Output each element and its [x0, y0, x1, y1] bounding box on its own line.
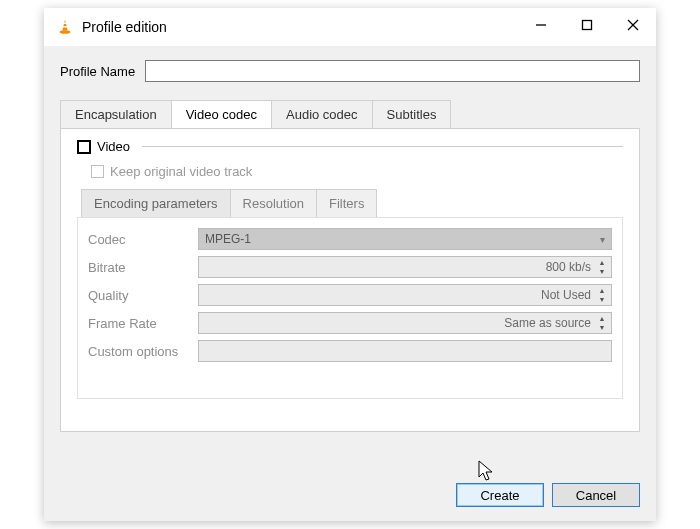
bitrate-spinbox[interactable]: 800 kb/s ▲▼ [198, 256, 612, 278]
framerate-spin-arrows[interactable]: ▲▼ [595, 314, 609, 332]
maximize-button[interactable] [564, 8, 610, 42]
codec-value: MPEG-1 [205, 232, 251, 246]
subtab-encoding-parameters[interactable]: Encoding parameters [81, 189, 231, 217]
video-enable-label: Video [97, 139, 130, 154]
codec-row: Codec MPEG-1 [88, 228, 612, 250]
svg-point-3 [60, 30, 71, 34]
svg-rect-5 [583, 21, 592, 30]
video-subtabs: Encoding parameters Resolution Filters [81, 189, 623, 217]
tab-audio-codec[interactable]: Audio codec [271, 100, 373, 128]
profile-name-label: Profile Name [60, 64, 135, 79]
keep-original-row: Keep original video track [91, 164, 623, 179]
framerate-value: Same as source [504, 316, 591, 330]
tab-subtitles[interactable]: Subtitles [372, 100, 452, 128]
framerate-row: Frame Rate Same as source ▲▼ [88, 312, 612, 334]
subtab-resolution[interactable]: Resolution [230, 189, 317, 217]
quality-label: Quality [88, 288, 198, 303]
custom-options-row: Custom options [88, 340, 612, 362]
close-button[interactable] [610, 8, 656, 42]
codec-label: Codec [88, 232, 198, 247]
quality-spin-arrows[interactable]: ▲▼ [595, 286, 609, 304]
tab-encapsulation[interactable]: Encapsulation [60, 100, 172, 128]
framerate-spinbox[interactable]: Same as source ▲▼ [198, 312, 612, 334]
bitrate-row: Bitrate 800 kb/s ▲▼ [88, 256, 612, 278]
custom-options-label: Custom options [88, 344, 198, 359]
main-tabs: Encapsulation Video codec Audio codec Su… [60, 100, 640, 128]
svg-rect-1 [63, 23, 68, 24]
group-separator-line [142, 146, 623, 147]
codec-combobox[interactable]: MPEG-1 [198, 228, 612, 250]
bitrate-value: 800 kb/s [546, 260, 591, 274]
quality-row: Quality Not Used ▲▼ [88, 284, 612, 306]
tab-panel-video-codec: Video Keep original video track Encoding… [60, 128, 640, 432]
profile-name-input[interactable] [145, 60, 640, 82]
dialog-window: Profile edition Profile Name Encapsulati [0, 0, 700, 529]
client-area: Profile Name Encapsulation Video codec A… [44, 46, 656, 521]
svg-rect-2 [62, 26, 68, 27]
custom-options-input[interactable] [198, 340, 612, 362]
minimize-button[interactable] [518, 8, 564, 42]
bitrate-spin-arrows[interactable]: ▲▼ [595, 258, 609, 276]
dialog-footer: Create Cancel [456, 483, 640, 507]
window-controls [518, 8, 656, 42]
titlebar: Profile edition [44, 8, 656, 46]
create-button[interactable]: Create [456, 483, 544, 507]
tab-video-codec[interactable]: Video codec [171, 100, 272, 128]
vlc-cone-icon [56, 18, 74, 36]
cancel-button[interactable]: Cancel [552, 483, 640, 507]
svg-marker-0 [62, 20, 67, 31]
subtab-filters[interactable]: Filters [316, 189, 377, 217]
video-enable-checkbox[interactable] [77, 140, 91, 154]
video-group-header: Video [77, 139, 623, 154]
profile-name-row: Profile Name [60, 60, 640, 82]
dialog-frame: Profile edition Profile Name Encapsulati [44, 8, 656, 521]
quality-spinbox[interactable]: Not Used ▲▼ [198, 284, 612, 306]
encoding-parameters-panel: Codec MPEG-1 Bitrate 800 kb/s ▲▼ [77, 217, 623, 399]
bitrate-label: Bitrate [88, 260, 198, 275]
quality-value: Not Used [541, 288, 591, 302]
keep-original-checkbox[interactable] [91, 165, 104, 178]
keep-original-label: Keep original video track [110, 164, 252, 179]
window-title: Profile edition [82, 19, 167, 35]
framerate-label: Frame Rate [88, 316, 198, 331]
